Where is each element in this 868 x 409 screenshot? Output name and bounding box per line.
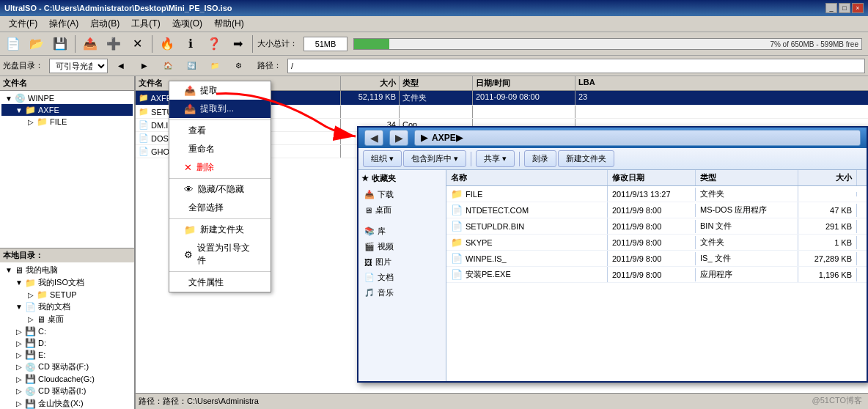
label-mydoc: 我的文档	[38, 301, 70, 312]
help-button[interactable]: ❓	[204, 35, 224, 52]
disc-tree[interactable]: ▼ 💿 WINPE ▼ 📁 AXFE ▷ 📁 FILE	[0, 91, 134, 248]
col-header-date[interactable]: 日期/时间	[473, 76, 575, 90]
nav-up-button[interactable]: 🏠	[158, 60, 178, 71]
exp-col-type-header[interactable]: 类型	[696, 170, 798, 185]
exp-size-setupldr: 291 KB	[798, 220, 857, 233]
fav-library[interactable]: 📚 库	[361, 224, 443, 239]
local-item-mydoc[interactable]: ▼ 📄 我的文档	[1, 301, 133, 313]
exp-file-row-winpeis[interactable]: 📄WINPE.IS_ 2011/9/9 8:00 IS_ 文件 27,289 K…	[446, 251, 867, 267]
tree-item-winpe[interactable]: ▼ 💿 WINPE	[1, 92, 133, 104]
fav-desktop-label: 桌面	[375, 204, 391, 215]
exp-file-row-peexe[interactable]: 📄安装PE.EXE 2011/9/9 8:00 应用程序 1,196 KB	[446, 267, 867, 283]
cm-rename[interactable]: 重命名	[169, 140, 271, 158]
info-button[interactable]: ℹ	[180, 35, 201, 52]
menu-item-t[interactable]: 工具(T)	[125, 16, 166, 32]
save-button[interactable]: 💾	[50, 35, 70, 52]
tree-item-file[interactable]: ▷ 📁 FILE	[1, 116, 133, 128]
local-item-iso[interactable]: ▼ 📁 我的ISO文档	[1, 276, 133, 289]
fav-video[interactable]: 🎬 视频	[361, 239, 443, 254]
add-button[interactable]: ➕	[103, 35, 124, 52]
local-item-d[interactable]: ▷ 💾 D:	[1, 337, 133, 349]
delete-icon-cm: ✕	[184, 162, 192, 173]
col-header-lba[interactable]: LBA	[575, 76, 619, 90]
toggle-kuaipan: ▷	[13, 399, 25, 408]
col-header-type[interactable]: 类型	[400, 76, 473, 90]
close-button[interactable]: ×	[852, 3, 864, 13]
path-label: 路径：	[257, 60, 282, 71]
cm-extract-to[interactable]: 📤 提取到...	[169, 100, 271, 118]
cm-hide[interactable]: 👁 隐藏/不隐藏	[169, 180, 271, 199]
local-item-desktop[interactable]: ▷ 🖥 桌面	[1, 313, 133, 325]
local-item-kuaipan[interactable]: ▷ 💾 金山快盘(X:)	[1, 397, 133, 409]
burn-button[interactable]: 🔥	[157, 35, 177, 52]
size-input[interactable]	[304, 37, 347, 51]
menu-item-f[interactable]: 文件(F)	[3, 16, 43, 32]
path-input[interactable]	[287, 59, 865, 73]
local-item-e[interactable]: ▷ 💾 E:	[1, 349, 133, 361]
col-header-size[interactable]: 大小	[341, 76, 400, 90]
explorer-path-bar[interactable]: ▶ AXPE ▶	[414, 130, 861, 146]
fav-document[interactable]: 📄 文档	[361, 270, 443, 285]
cm-extract[interactable]: 📤 提取	[169, 81, 271, 100]
cd-icon-f: 💿	[25, 362, 36, 372]
local-item-setup[interactable]: ▷ 📁 SETUP	[1, 289, 133, 301]
file-icon-peexe: 📄	[451, 269, 463, 280]
local-item-cdi[interactable]: ▷ 💿 CD 驱动器(I:)	[1, 385, 133, 397]
delete-button[interactable]: ✕	[127, 35, 147, 52]
menu-item-a[interactable]: 操作(A)	[43, 16, 84, 32]
library-btn[interactable]: 包含到库中 ▾	[403, 150, 466, 167]
arrow-button[interactable]: ➡	[227, 35, 248, 52]
label-desktop: 桌面	[48, 314, 64, 325]
fav-picture[interactable]: 🖼 图片	[361, 254, 443, 270]
exp-file-row-filefolder[interactable]: 📁FILE 2011/9/13 13:27 文件夹	[446, 186, 867, 202]
cm-set-boot[interactable]: ⚙ 设置为引导文件	[169, 239, 271, 270]
local-item-cloud[interactable]: ▷ 💾 Cloudcache(G:)	[1, 373, 133, 385]
nav-refresh-button[interactable]: 🔄	[181, 60, 202, 71]
new-button[interactable]: 📄	[3, 35, 23, 52]
file-icon-winpeis: 📄	[451, 253, 463, 264]
exp-col-name-header[interactable]: 名称	[446, 170, 608, 185]
organize-btn[interactable]: 组织 ▾	[363, 150, 402, 167]
menu-item-h[interactable]: 帮助(H)	[208, 16, 250, 32]
fav-download[interactable]: 📥 下载	[361, 187, 443, 202]
fav-music[interactable]: 🎵 音乐	[361, 285, 443, 301]
minimize-button[interactable]: _	[825, 3, 837, 13]
extract-button[interactable]: 📤	[80, 35, 100, 52]
cm-delete[interactable]: ✕ 删除	[169, 158, 271, 177]
tree-item-axfe[interactable]: ▼ 📁 AXFE	[1, 104, 133, 116]
new-folder-btn[interactable]: 新建文件夹	[558, 150, 614, 167]
share-btn[interactable]: 共享 ▾	[476, 150, 515, 167]
exp-col-date-header[interactable]: 修改日期	[608, 170, 696, 185]
maximize-button[interactable]: □	[839, 3, 850, 13]
open-button[interactable]: 📂	[26, 35, 47, 52]
local-item-cdf[interactable]: ▷ 💿 CD 驱动器(F:)	[1, 361, 133, 373]
cm-properties[interactable]: 文件属性	[169, 273, 271, 292]
local-item-computer[interactable]: ▼ 🖥 我的电脑	[1, 264, 133, 276]
nav-explore-button[interactable]: 📁	[205, 60, 225, 71]
nav-forward-button[interactable]: ▶	[134, 60, 155, 71]
explorer-toolbar: 组织 ▾ 包含到库中 ▾ 共享 ▾ 刻录 新建文件夹	[358, 148, 867, 170]
cm-view[interactable]: 查看	[169, 122, 271, 140]
cm-set-boot-label: 设置为引导文件	[197, 242, 256, 267]
exp-file-row-setupldr[interactable]: 📄SETUPLDR.BIN 2011/9/9 8:00 BIN 文件 291 K…	[446, 218, 867, 235]
local-tree[interactable]: ▼ 🖥 我的电脑 ▼ 📁 我的ISO文档 ▷ 📁 SETUP ▼ 📄 我的文档 …	[0, 262, 134, 409]
local-item-c[interactable]: ▷ 💾 C:	[1, 325, 133, 337]
explorer-forward-btn[interactable]: ▶	[389, 130, 408, 146]
cm-select-all[interactable]: 全部选择	[169, 199, 271, 217]
cm-properties-label: 文件属性	[188, 276, 224, 289]
burn-btn[interactable]: 刻录	[524, 150, 556, 167]
explorer-file-list[interactable]: 📁FILE 2011/9/13 13:27 文件夹 📄NTDETECT.COM …	[446, 186, 867, 381]
exp-file-row-skype[interactable]: 📁SKYPE 2011/9/9 8:00 文件夹 1 KB	[446, 235, 867, 251]
nav-options-button[interactable]: ⚙	[228, 60, 249, 71]
cm-new-folder[interactable]: 📁 新建文件夹	[169, 221, 271, 239]
explorer-back-btn[interactable]: ◀	[364, 130, 383, 146]
exp-col-size-header[interactable]: 大小	[798, 170, 857, 185]
fav-desktop[interactable]: 🖥 桌面	[361, 202, 443, 218]
exp-file-row-ntdetect[interactable]: 📄NTDETECT.COM 2011/9/9 8:00 MS-DOS 应用程序 …	[446, 202, 867, 218]
menu-item-b[interactable]: 启动(B)	[84, 16, 125, 32]
menu-item-o[interactable]: 选项(O)	[166, 16, 208, 32]
nav-back-button[interactable]: ◀	[111, 60, 131, 71]
exp-date-peexe: 2011/9/9 8:00	[608, 268, 696, 281]
disc-combo[interactable]: 可引导光盘	[49, 59, 108, 73]
fav-video-label: 视频	[378, 241, 394, 252]
